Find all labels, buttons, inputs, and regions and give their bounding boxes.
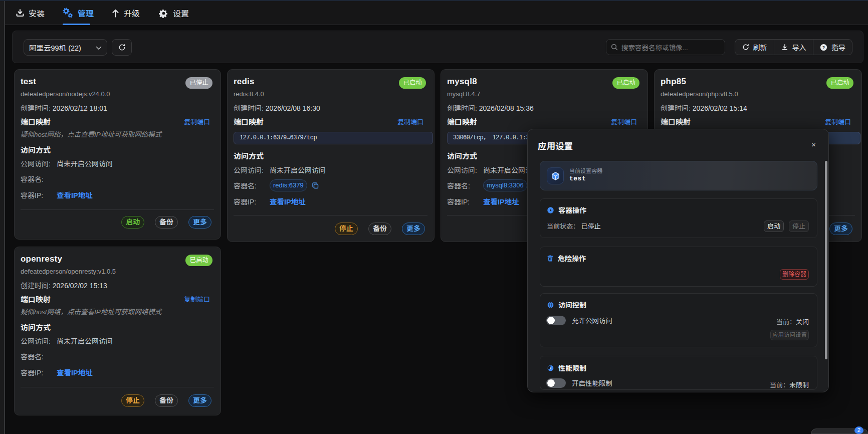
svg-text:?: ? <box>822 45 825 50</box>
